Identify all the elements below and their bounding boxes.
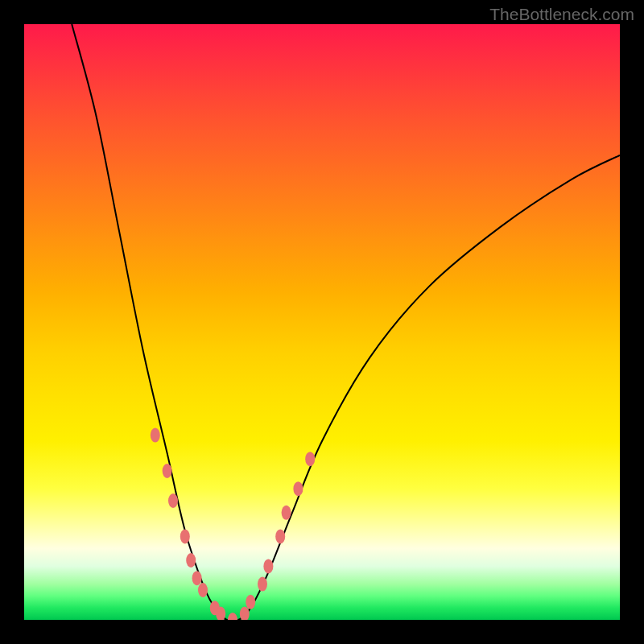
data-point	[246, 595, 255, 609]
data-point	[192, 571, 202, 585]
data-point	[168, 493, 178, 508]
bottleneck-curve	[72, 24, 620, 620]
data-point	[180, 529, 190, 543]
data-point	[240, 607, 250, 620]
data-point	[198, 583, 208, 597]
overlay-dots	[151, 428, 315, 620]
data-point	[282, 506, 291, 520]
data-point	[293, 481, 303, 496]
watermark-text: TheBottleneck.com	[489, 5, 634, 24]
data-point	[163, 464, 172, 478]
data-point	[228, 613, 237, 620]
chart-svg	[24, 24, 620, 620]
data-point	[186, 553, 196, 568]
data-point	[275, 529, 285, 543]
data-point	[151, 428, 160, 443]
data-point	[305, 452, 315, 466]
data-point	[258, 577, 267, 592]
data-point	[263, 559, 273, 573]
